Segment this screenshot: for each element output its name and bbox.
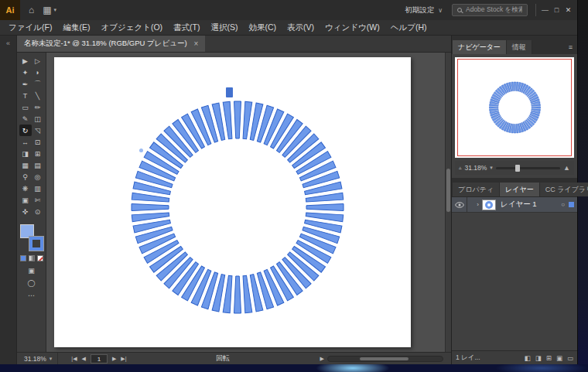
menu-select[interactable]: 選択(S) bbox=[205, 22, 243, 33]
selection-tool[interactable]: ▶ bbox=[19, 55, 32, 67]
tab-navigator[interactable]: ナビゲーター bbox=[453, 40, 507, 54]
menu-window[interactable]: ウィンドウ(W) bbox=[320, 22, 385, 33]
toolbar-collapse-icon[interactable]: « bbox=[6, 39, 10, 47]
symbol-sprayer-tool[interactable]: ❋ bbox=[19, 183, 32, 194]
artboard-number-input[interactable]: 1 bbox=[91, 354, 108, 363]
home-icon[interactable]: ⌂ bbox=[29, 5, 34, 15]
target-circle-icon[interactable]: ○ bbox=[561, 201, 565, 208]
eyedropper-tool[interactable]: ⚲ bbox=[19, 171, 32, 183]
layers-tabs-holder: プロパティレイヤーCC ライブラリ bbox=[453, 183, 588, 196]
previous-artboard-button[interactable]: ◀ bbox=[80, 356, 88, 362]
zoom-tool[interactable]: ⊙ bbox=[32, 206, 44, 217]
scale-tool[interactable]: ◹ bbox=[32, 125, 44, 136]
magic-wand-tool[interactable]: ✦ bbox=[19, 67, 32, 78]
curvature-tool[interactable]: ⌒ bbox=[32, 78, 44, 90]
layer-thumbnail-artwork bbox=[485, 201, 493, 209]
menu-effect[interactable]: 効果(C) bbox=[243, 22, 282, 33]
column-graph-tool[interactable]: ▥ bbox=[32, 183, 44, 194]
navigator-zoom-slider-thumb[interactable] bbox=[515, 165, 520, 172]
navigator-zoom-value[interactable]: 31.18% bbox=[465, 164, 487, 172]
last-artboard-button[interactable]: ▶| bbox=[118, 356, 128, 362]
rectangle-tool[interactable]: ▭ bbox=[19, 101, 32, 113]
artboard[interactable] bbox=[54, 57, 411, 347]
next-artboard-button[interactable]: ▶ bbox=[110, 356, 118, 362]
vertical-scrollbar[interactable] bbox=[445, 53, 451, 352]
navigator-panel-tabs: ナビゲーター情報 ≡ bbox=[452, 40, 577, 54]
navigator-preview[interactable] bbox=[455, 57, 574, 158]
shape-builder-tool[interactable]: ◨ bbox=[19, 148, 32, 159]
layer-thumbnail[interactable] bbox=[482, 200, 496, 210]
arrange-documents-icon[interactable]: ▦ bbox=[43, 5, 51, 15]
paintbrush-tool[interactable]: ✏ bbox=[32, 101, 44, 113]
canvas[interactable] bbox=[46, 53, 451, 352]
zoom-level-select[interactable]: 31.18% ▾ bbox=[19, 353, 58, 364]
type-tool[interactable]: T bbox=[19, 90, 32, 101]
minimize-button[interactable]: — bbox=[539, 6, 551, 14]
tab-layers[interactable]: レイヤー bbox=[500, 183, 540, 196]
free-transform-tool[interactable]: ⊡ bbox=[32, 136, 44, 148]
collect-for-export-icon[interactable]: ◧ bbox=[525, 354, 531, 362]
first-artboard-button[interactable]: |◀ bbox=[69, 356, 79, 362]
artboard-tool[interactable]: ▣ bbox=[19, 194, 32, 206]
direct-selection-tool[interactable]: ▷ bbox=[32, 55, 44, 67]
layer-row[interactable]: › レイヤー 1 ○ bbox=[452, 197, 577, 213]
layer-name[interactable]: レイヤー 1 bbox=[501, 200, 561, 210]
line-segment-tool[interactable]: ╲ bbox=[32, 90, 44, 101]
new-layer-icon[interactable]: ▣ bbox=[556, 354, 562, 362]
none-mode-button[interactable] bbox=[37, 255, 43, 261]
maximize-button[interactable]: □ bbox=[551, 6, 562, 14]
menu-edit[interactable]: 編集(E) bbox=[57, 22, 95, 33]
hand-tool[interactable]: ✜ bbox=[19, 206, 32, 217]
mesh-tool[interactable]: ▦ bbox=[19, 159, 32, 171]
width-tool[interactable]: ↔ bbox=[19, 136, 32, 148]
drawing-mode-icon[interactable]: ▣ bbox=[28, 267, 35, 275]
make-mask-icon[interactable]: ◨ bbox=[535, 354, 542, 362]
screen-mode-icon[interactable]: ◯ bbox=[27, 279, 35, 287]
edit-toolbar-icon[interactable]: ⋯ bbox=[28, 292, 35, 299]
document-tab-title: 名称未設定-1* @ 31.18% (RGB/GPU プレビュー) bbox=[24, 39, 187, 49]
eraser-tool[interactable]: ◫ bbox=[32, 113, 44, 125]
windows-taskbar[interactable] bbox=[0, 364, 588, 372]
selection-indicator[interactable] bbox=[569, 202, 574, 207]
navigator-zoom-slider[interactable] bbox=[496, 167, 560, 169]
tab-cc-libraries[interactable]: CC ライブラリ bbox=[540, 183, 588, 196]
horizontal-scrollbar-thumb[interactable] bbox=[360, 357, 408, 360]
selection-handle[interactable] bbox=[226, 87, 233, 97]
stroke-color-swatch[interactable] bbox=[29, 237, 43, 251]
pencil-tool[interactable]: ✎ bbox=[19, 113, 32, 125]
gradient-mode-button[interactable] bbox=[29, 255, 35, 261]
zoom-in-icon[interactable]: ▲ bbox=[563, 164, 570, 172]
rotate-reference-point[interactable] bbox=[139, 148, 143, 152]
visibility-eye-icon[interactable] bbox=[452, 197, 467, 212]
expand-chevron-icon[interactable]: › bbox=[473, 201, 482, 208]
color-mode-button[interactable] bbox=[20, 255, 26, 261]
scroll-right-icon[interactable]: ▶ bbox=[317, 356, 327, 362]
workspace-switcher[interactable]: 初期設定 ∨ bbox=[405, 5, 443, 15]
rotate-tool[interactable]: ↻ bbox=[19, 125, 32, 136]
close-button[interactable]: ✕ bbox=[562, 6, 574, 14]
gradient-tool[interactable]: ▤ bbox=[32, 159, 44, 171]
lasso-tool[interactable]: ◗ bbox=[32, 67, 44, 78]
pen-tool[interactable]: ✒ bbox=[19, 78, 32, 90]
rotated-blades-artwork[interactable] bbox=[121, 91, 354, 323]
blend-tool[interactable]: ◎ bbox=[32, 171, 44, 183]
navigator-view-box[interactable] bbox=[457, 59, 572, 156]
menu-help[interactable]: ヘルプ(H) bbox=[385, 22, 432, 33]
close-icon[interactable]: × bbox=[194, 39, 199, 48]
menu-file[interactable]: ファイル(F) bbox=[3, 22, 57, 33]
menu-type[interactable]: 書式(T) bbox=[168, 22, 205, 33]
tab-properties[interactable]: プロパティ bbox=[453, 183, 500, 196]
slice-tool[interactable]: ✄ bbox=[32, 194, 44, 206]
document-tab[interactable]: 名称未設定-1* @ 31.18% (RGB/GPU プレビュー) × bbox=[17, 36, 205, 52]
tab-info[interactable]: 情報 bbox=[507, 40, 532, 54]
menu-view[interactable]: 表示(V) bbox=[282, 22, 320, 33]
vertical-scrollbar-thumb[interactable] bbox=[446, 169, 450, 212]
zoom-out-icon[interactable]: ▵ bbox=[459, 165, 462, 171]
new-sublayer-icon[interactable]: ⊞ bbox=[546, 354, 552, 362]
delete-layer-icon[interactable]: ▭ bbox=[567, 354, 573, 362]
menu-object[interactable]: オブジェクト(O) bbox=[95, 22, 168, 33]
adobe-stock-search-input[interactable]: Adobe Stock を検索 bbox=[452, 4, 528, 16]
panel-menu-icon[interactable]: ≡ bbox=[564, 40, 577, 54]
perspective-grid-tool[interactable]: ⊞ bbox=[32, 148, 44, 159]
horizontal-scrollbar[interactable] bbox=[327, 356, 443, 362]
